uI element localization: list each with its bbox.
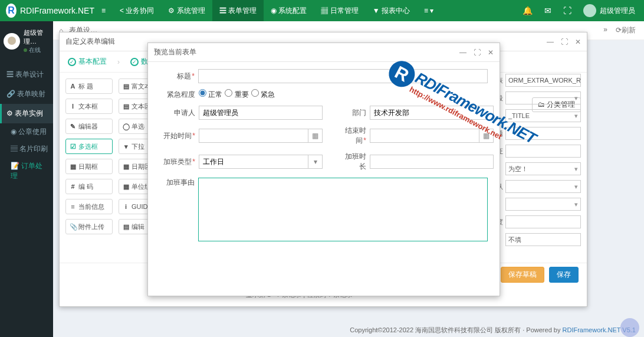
modal1-close-icon[interactable]: ✕	[575, 38, 581, 46]
reason-textarea[interactable]	[198, 178, 488, 241]
dept-input[interactable]	[370, 106, 494, 120]
palette-附件上传[interactable]: 📎附件上传	[65, 219, 113, 234]
label-reason: 加班事由	[160, 178, 198, 188]
tabbar-expand[interactable]: »	[603, 25, 607, 35]
sidebar-item-mapping[interactable]: 🔗 表单映射	[0, 84, 53, 104]
urgency-critical[interactable]: 紧急	[251, 89, 275, 100]
nav-config[interactable]: ◉ 系统配置	[264, 0, 314, 21]
top-nav: ≡ < 业务协同 ⚙ 系统管理 ☰ 表单管理 ◉ 系统配置 ▦ 日常管理 ▼ 报…	[94, 0, 523, 21]
modal-preview-form: 预览当前表单 ― ⛶ ✕ 标题* 紧急程度 正常 重要 紧急 申请人	[147, 42, 500, 296]
modal1-title: 自定义表单编辑	[65, 37, 115, 47]
bell-icon[interactable]: 🔔	[523, 6, 533, 15]
label-title: 标题	[177, 72, 191, 80]
palette-当前信息[interactable]: ≡当前信息	[65, 199, 113, 214]
modal2-min-icon[interactable]: ―	[459, 48, 466, 57]
sidebar-user: 超级管理…	[24, 28, 50, 46]
save-button[interactable]: 保存	[549, 267, 579, 283]
left-sidebar: 超级管理… 在线 ☰ 表单设计 🔗 表单映射 ⚙ 表单实例 ◉ 公章使用 ▤ 名…	[0, 21, 53, 337]
calendar-icon[interactable]: ▦	[479, 129, 494, 143]
palette-文本框[interactable]: I文本框	[65, 99, 113, 114]
nav-daily[interactable]: ▦ 日常管理	[314, 0, 365, 21]
calendar-icon[interactable]: ▦	[308, 129, 323, 143]
sidebar-sub-seal[interactable]: ◉ 公章使用	[0, 123, 53, 140]
nav-more[interactable]: ≡ ▾	[417, 0, 441, 21]
save-draft-button[interactable]: 保存草稿	[501, 267, 544, 283]
wizard-step-basic[interactable]: ✓基本配置	[68, 57, 107, 67]
palette-编辑器[interactable]: ✎编辑器	[65, 119, 113, 134]
modal2-close-icon[interactable]: ✕	[488, 48, 494, 57]
label-applicant: 申请人	[160, 108, 199, 118]
avatar-large	[4, 33, 20, 50]
urgency-important[interactable]: 重要	[225, 89, 248, 100]
chevron-down-icon[interactable]: ▾	[308, 155, 323, 169]
start-time-input[interactable]	[199, 129, 308, 143]
status-text: 在线	[29, 47, 41, 53]
label-hours: 加班时长	[340, 152, 370, 172]
user-name: 超级管理员	[600, 6, 635, 16]
user-chip[interactable]: 超级管理员	[583, 4, 635, 17]
palette-编 码[interactable]: #编 码	[65, 179, 113, 194]
nav-toggle[interactable]: ≡	[94, 0, 113, 21]
nav-biz[interactable]: < 业务协同	[113, 0, 161, 21]
urgency-normal[interactable]: 正常	[199, 89, 222, 100]
modal1-min-icon[interactable]: ―	[547, 38, 554, 46]
label-urgency: 紧急程度	[160, 90, 199, 100]
overtime-type-select[interactable]	[199, 155, 308, 169]
top-header: R RDIFramework.NET ≡ < 业务协同 ⚙ 系统管理 ☰ 表单管…	[0, 0, 644, 21]
sidebar-sub-card[interactable]: ▤ 名片印刷	[0, 140, 53, 158]
mail-icon[interactable]: ✉	[544, 6, 551, 15]
overtime-hours-input[interactable]	[370, 155, 494, 169]
title-input[interactable]	[198, 69, 488, 83]
label-dept: 部门	[340, 108, 370, 118]
sidebar-item-instance[interactable]: ⚙ 表单实例	[0, 104, 53, 123]
fullscreen-icon[interactable]: ⛶	[563, 6, 571, 15]
nav-sys[interactable]: ⚙ 系统管理	[161, 0, 212, 21]
label-type: 加班类型	[163, 158, 192, 166]
end-time-input[interactable]	[370, 129, 479, 143]
palette-日期框[interactable]: ▦日期框	[65, 159, 113, 174]
brand-logo[interactable]: R RDIFramework.NET	[0, 4, 94, 18]
modal1-max-icon[interactable]: ⛶	[561, 38, 568, 46]
nav-form[interactable]: ☰ 表单管理	[212, 0, 264, 21]
palette-标 题[interactable]: A标 题	[65, 78, 113, 94]
nav-report[interactable]: ▼ 报表中心	[366, 0, 417, 21]
sidebar-sub-order[interactable]: 📝 订单处理	[0, 158, 53, 185]
modal2-title: 预览当前表单	[154, 47, 196, 57]
copyright: Copyright©2012-2022 海南国思软件科技有限公司 版权所有 · …	[350, 326, 636, 335]
tabbar-refresh[interactable]: ⟳刷新	[616, 25, 636, 35]
feedback-fab[interactable]	[620, 318, 639, 337]
palette-多选框[interactable]: ☑多选框	[65, 139, 113, 154]
label-start: 开始时间	[163, 132, 192, 140]
avatar-icon	[583, 4, 596, 17]
sidebar-item-design[interactable]: ☰ 表单设计	[0, 65, 53, 84]
logo-badge: R	[6, 4, 17, 18]
modal2-max-icon[interactable]: ⛶	[474, 48, 481, 57]
brand-text: RDIFramework.NET	[20, 6, 94, 15]
applicant-input[interactable]	[199, 106, 323, 120]
